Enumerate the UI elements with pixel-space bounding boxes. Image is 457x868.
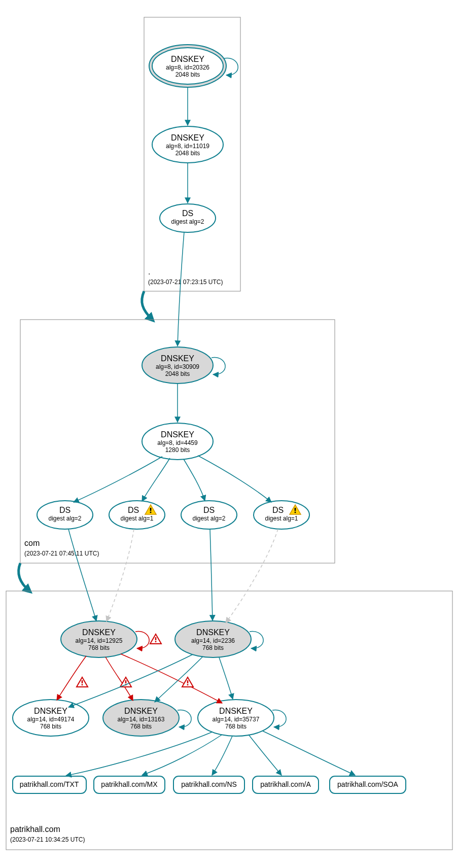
svg-text:DS: DS <box>128 506 139 514</box>
node-domain-zsk2[interactable]: DNSKEY alg=14, id=13163 768 bits <box>103 700 179 736</box>
svg-text:alg=14, id=12925: alg=14, id=12925 <box>76 637 123 644</box>
zone-timestamp-root: (2023-07-21 07:23:15 UTC) <box>148 279 223 286</box>
svg-text:DNSKEY: DNSKEY <box>124 707 158 715</box>
zone-name-domain: patrikhall.com <box>10 825 60 834</box>
node-domain-zsk3[interactable]: DNSKEY alg=14, id=35737 768 bits <box>198 700 274 736</box>
rrset-ns[interactable]: patrikhall.com/NS <box>173 776 244 793</box>
edge-ksk2-zsk1 <box>68 654 193 707</box>
edge-ds2-ksk1 <box>107 529 134 621</box>
svg-text:patrikhall.com/NS: patrikhall.com/NS <box>181 780 237 788</box>
edge-domain-zsk3-self <box>272 710 286 727</box>
svg-text:alg=14, id=35737: alg=14, id=35737 <box>213 716 260 723</box>
dnssec-auth-graph: . (2023-07-21 07:23:15 UTC) DNSKEY alg=8… <box>0 0 457 868</box>
svg-text:digest alg=2: digest alg=2 <box>48 515 81 522</box>
rrset-txt[interactable]: patrikhall.com/TXT <box>13 776 86 793</box>
svg-text:768 bits: 768 bits <box>202 644 224 651</box>
svg-text:alg=8, id=11019: alg=8, id=11019 <box>166 143 209 150</box>
svg-text:patrikhall.com/SOA: patrikhall.com/SOA <box>337 780 398 788</box>
rrset-a[interactable]: patrikhall.com/A <box>253 776 319 793</box>
rrset-mx[interactable]: patrikhall.com/MX <box>94 776 165 793</box>
svg-text:2048 bits: 2048 bits <box>165 370 190 377</box>
edge-com-zsk-ds3 <box>184 459 205 501</box>
svg-text:768 bits: 768 bits <box>88 644 110 651</box>
edge-domain-ksk1-self <box>135 632 149 649</box>
edge-zsk3-mx <box>142 735 222 775</box>
svg-text:1280 bits: 1280 bits <box>165 446 190 454</box>
svg-text:DNSKEY: DNSKEY <box>171 55 204 63</box>
svg-text:patrikhall.com/A: patrikhall.com/A <box>260 780 311 788</box>
edge-ksk2-zsk2 <box>155 656 203 702</box>
svg-text:DS: DS <box>203 506 215 514</box>
zone-name-root: . <box>148 267 150 276</box>
edge-root-ds-com-ksk <box>178 232 184 346</box>
edge-domain-zsk2-self <box>178 710 191 727</box>
edge-ksk1-zsk3 <box>121 654 222 703</box>
zone-timestamp-domain: (2023-07-21 10:34:25 UTC) <box>10 836 85 843</box>
node-domain-ksk1[interactable]: DNSKEY alg=14, id=12925 768 bits <box>61 621 137 657</box>
error-icon <box>77 677 88 687</box>
svg-text:alg=8, id=4459: alg=8, id=4459 <box>157 439 198 446</box>
svg-text:alg=8, id=20326: alg=8, id=20326 <box>166 64 209 71</box>
svg-text:DNSKEY: DNSKEY <box>34 707 67 715</box>
svg-text:DNSKEY: DNSKEY <box>82 628 116 637</box>
svg-text:768 bits: 768 bits <box>225 723 247 730</box>
svg-text:patrikhall.com/TXT: patrikhall.com/TXT <box>20 780 79 788</box>
svg-text:2048 bits: 2048 bits <box>175 150 200 157</box>
svg-text:alg=14, id=2236: alg=14, id=2236 <box>191 637 235 644</box>
edge-ds4-ksk2 <box>226 529 278 623</box>
edge-com-zsk-ds4 <box>198 456 271 502</box>
node-com-ds3[interactable]: DS digest alg=2 <box>181 501 237 529</box>
svg-text:DNSKEY: DNSKEY <box>219 707 253 715</box>
svg-text:digest alg=1: digest alg=1 <box>120 515 153 522</box>
edge-delegation-root-com <box>142 291 152 320</box>
svg-text:digest alg=2: digest alg=2 <box>171 218 204 225</box>
svg-text:2048 bits: 2048 bits <box>175 71 200 78</box>
svg-text:768 bits: 768 bits <box>40 723 61 730</box>
svg-text:alg=8, id=30909: alg=8, id=30909 <box>156 363 199 370</box>
edge-com-ksk-self <box>212 358 225 375</box>
edge-domain-ksk2-self <box>250 632 263 649</box>
edge-com-zsk-ds1 <box>74 457 162 502</box>
rrset-soa[interactable]: patrikhall.com/SOA <box>330 776 406 793</box>
node-com-ksk[interactable]: DNSKEY alg=8, id=30909 2048 bits <box>142 347 213 384</box>
edge-delegation-com-domain <box>19 563 29 591</box>
node-com-ds1[interactable]: DS digest alg=2 <box>37 501 93 529</box>
svg-text:DNSKEY: DNSKEY <box>161 354 194 363</box>
svg-text:DS: DS <box>59 506 71 514</box>
zone-timestamp-com: (2023-07-21 07:45:11 UTC) <box>24 550 99 557</box>
zone-name-com: com <box>24 539 40 547</box>
edge-ksk2-zsk3 <box>219 657 233 699</box>
error-icon <box>182 677 193 687</box>
node-domain-ksk2[interactable]: DNSKEY alg=14, id=2236 768 bits <box>175 621 251 657</box>
edge-zsk3-ns <box>212 736 232 775</box>
node-root-zsk[interactable]: DNSKEY alg=8, id=11019 2048 bits <box>152 126 223 163</box>
svg-text:digest alg=1: digest alg=1 <box>265 515 298 522</box>
svg-text:DNSKEY: DNSKEY <box>161 430 194 439</box>
svg-text:alg=14, id=13163: alg=14, id=13163 <box>118 716 165 723</box>
node-root-ds[interactable]: DS digest alg=2 <box>160 204 216 232</box>
node-root-ksk[interactable]: DNSKEY alg=8, id=20326 2048 bits <box>149 45 226 87</box>
node-domain-zsk1[interactable]: DNSKEY alg=14, id=49174 768 bits <box>13 700 89 736</box>
node-com-ds2[interactable]: DS digest alg=1 <box>109 501 165 529</box>
edge-ds1-ksk1 <box>68 529 96 621</box>
svg-text:alg=14, id=49174: alg=14, id=49174 <box>27 716 75 723</box>
error-icon <box>150 634 161 644</box>
edge-zsk3-a <box>249 735 282 775</box>
node-com-ds4[interactable]: DS digest alg=1 <box>254 501 309 529</box>
edge-ksk1-zsk2 <box>106 657 133 701</box>
svg-text:DNSKEY: DNSKEY <box>196 628 230 637</box>
svg-text:DS: DS <box>182 209 193 218</box>
edge-com-zsk-ds2 <box>142 458 170 501</box>
edge-zsk3-soa <box>263 731 355 775</box>
edge-ds3-ksk2 <box>210 529 213 620</box>
node-com-zsk[interactable]: DNSKEY alg=8, id=4459 1280 bits <box>142 423 213 460</box>
svg-text:DS: DS <box>272 506 284 514</box>
svg-text:digest alg=2: digest alg=2 <box>192 515 225 522</box>
svg-text:DNSKEY: DNSKEY <box>171 133 204 142</box>
svg-text:768 bits: 768 bits <box>130 723 152 730</box>
svg-text:patrikhall.com/MX: patrikhall.com/MX <box>101 780 158 788</box>
